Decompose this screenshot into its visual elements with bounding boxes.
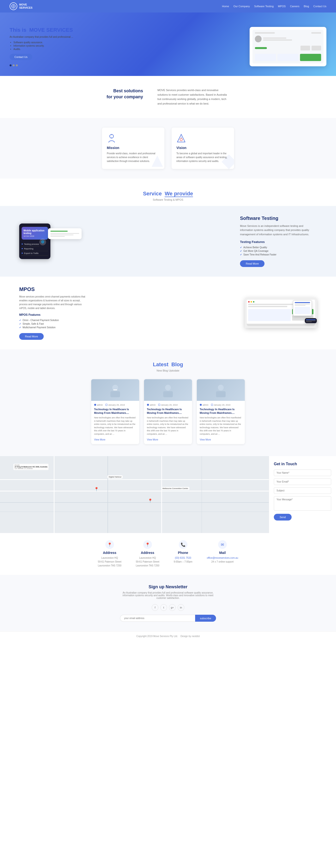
svg-point-5 bbox=[180, 138, 182, 141]
footer-bottom: Copyright 2019 Move Services Pty Ltd. De… bbox=[0, 631, 336, 641]
mpos-description: Move services provides omni-channel paym… bbox=[19, 295, 87, 310]
check-icon: ✔ bbox=[240, 250, 242, 252]
check-icon: ✔ bbox=[19, 322, 21, 325]
blog-author-2: admin bbox=[147, 404, 156, 406]
hero-list-item: Audits. bbox=[13, 48, 73, 51]
address-icon-1: 📍 bbox=[105, 540, 114, 549]
mission-icon bbox=[107, 133, 116, 143]
software-description: Move Services is an independent software… bbox=[240, 224, 317, 237]
map-label-address: Emails 27 King St Melbourne VIC 3000, Au… bbox=[13, 464, 48, 470]
nav-company[interactable]: Our Company bbox=[233, 5, 249, 8]
footer-col-lines-3: (03) 6331 7533 9:00am – 7:00pm bbox=[174, 556, 193, 564]
hero-image bbox=[249, 27, 326, 66]
mpos-features-list: ✔ Omni - Channel Payment Solution ✔ Simp… bbox=[19, 318, 87, 329]
blog-grid: admin January 29, 2019 Technology In Hea… bbox=[10, 379, 326, 444]
footer-col-mail: ✉ Mail office@moveservices.com.au 24 x 7… bbox=[207, 540, 238, 568]
nav-mpos[interactable]: MPOS bbox=[278, 5, 285, 8]
blog-view-more-1[interactable]: View More bbox=[94, 438, 105, 441]
name-field-wrapper bbox=[274, 470, 331, 476]
footer-col-lines-1: Launceston HQ 59-61 Paterson Street Laun… bbox=[98, 556, 122, 568]
check-icon: ✔ bbox=[240, 253, 242, 256]
tablet-mockup bbox=[293, 300, 312, 316]
message-input[interactable] bbox=[274, 496, 331, 511]
hero-list: Software quality assurance. Information … bbox=[10, 41, 73, 51]
twitter-icon[interactable]: t bbox=[160, 604, 167, 611]
about-section: Best solutions for your company MOVE Ser… bbox=[0, 76, 336, 118]
map-container: 📍 📍 Emails 27 King St Melbourne VIC 3000… bbox=[0, 456, 269, 533]
blog-title: Latest Blog bbox=[10, 362, 326, 368]
phone-mockup: Mobile application testing 12 Oct 2018 🌐… bbox=[19, 223, 51, 259]
navbar: MOVESERVICES Home Our Company Software T… bbox=[0, 0, 336, 12]
nav-blog[interactable]: Blog bbox=[304, 5, 309, 8]
logo-text: MOVESERVICES bbox=[19, 3, 32, 9]
nav-software[interactable]: Software Testing bbox=[254, 5, 274, 8]
address-icon-2: 📍 bbox=[143, 540, 152, 549]
contact-form-title: Get in Touch bbox=[274, 462, 331, 466]
phone-item-3: Export to Trello bbox=[22, 251, 48, 256]
facebook-icon[interactable]: f bbox=[152, 604, 158, 611]
vision-card: Vision To become a global and important … bbox=[172, 128, 234, 169]
nav-careers[interactable]: Careers bbox=[290, 5, 299, 8]
hero-title: This is MOVE SERVICES bbox=[10, 27, 73, 33]
svg-point-10 bbox=[94, 404, 96, 406]
name-input[interactable] bbox=[274, 470, 331, 476]
blog-card-2: admin January 29, 2019 Technology In Hea… bbox=[144, 379, 192, 444]
logo[interactable]: MOVESERVICES bbox=[10, 2, 32, 10]
svg-rect-19 bbox=[211, 404, 213, 406]
email-input[interactable] bbox=[274, 478, 331, 485]
blog-date-1: January 29, 2019 bbox=[105, 404, 125, 406]
message-field-wrapper bbox=[274, 496, 331, 512]
subject-input[interactable] bbox=[274, 487, 331, 494]
mpos-feature-2: ✔ Simple, Safe & Fast bbox=[19, 322, 87, 326]
software-read-more-button[interactable]: Read More bbox=[240, 260, 265, 267]
blog-view-more-3[interactable]: View More bbox=[200, 438, 211, 441]
nav-home[interactable]: Home bbox=[222, 5, 229, 8]
vision-bg-icon: ◆ bbox=[222, 149, 234, 169]
nav-contact[interactable]: Contact Us bbox=[313, 5, 326, 8]
svg-point-16 bbox=[218, 385, 224, 391]
blog-excerpt-3: New technologies are often first manifes… bbox=[200, 416, 242, 436]
hero-subtitle: An Australian company that provides full… bbox=[10, 35, 73, 39]
blog-section: Latest Blog New Blog Uptodate bbox=[0, 349, 336, 456]
email-link[interactable]: office@moveservices.com.au bbox=[207, 557, 238, 559]
google-plus-icon[interactable]: g+ bbox=[169, 604, 176, 611]
newsletter-subscribe-button[interactable]: subscribe bbox=[195, 615, 216, 622]
blog-excerpt-2: New technologies are often first manifes… bbox=[147, 416, 189, 436]
blog-body-3: admin January 29, 2019 Technology In Hea… bbox=[197, 401, 245, 444]
blog-title-1: Technology In Healthcare Is Moving From … bbox=[94, 408, 136, 415]
check-icon: ✔ bbox=[240, 246, 242, 249]
linkedin-icon[interactable]: in bbox=[178, 604, 184, 611]
feature-item-1: ✔ Achieve Better Quality bbox=[240, 246, 317, 249]
blog-excerpt-1: New technologies are often first manifes… bbox=[94, 416, 136, 436]
newsletter-email-input[interactable] bbox=[120, 615, 195, 622]
svg-rect-9 bbox=[113, 390, 117, 390]
send-button[interactable]: Send bbox=[274, 514, 292, 521]
svg-point-12 bbox=[165, 385, 171, 391]
blog-view-more-2[interactable]: View More bbox=[147, 438, 158, 441]
newsletter-title: Sign up Newsletter bbox=[5, 584, 331, 589]
phone-item-1: Testing process bbox=[22, 242, 39, 247]
hero-cta-button[interactable]: Contact Us bbox=[10, 54, 32, 60]
hero-dot-3[interactable] bbox=[16, 64, 18, 66]
mpos-feature-1: ✔ Omni - Channel Payment Solution bbox=[19, 318, 87, 322]
mpos-read-more-button[interactable]: Read More bbox=[19, 333, 44, 340]
hero-dot-1[interactable] bbox=[10, 64, 11, 66]
blog-date-3: January 29, 2019 bbox=[211, 404, 231, 406]
phone-icon: 📞 bbox=[179, 540, 188, 549]
blog-title-2: Technology In Healthcare Is Moving From … bbox=[147, 408, 189, 415]
feature-item-2: ✔ Get More QA Coverage bbox=[240, 249, 317, 253]
blog-author-3: admin bbox=[200, 404, 208, 406]
blog-meta-2: admin January 29, 2019 bbox=[147, 404, 189, 406]
testing-features-list: ✔ Achieve Better Quality ✔ Get More QA C… bbox=[240, 246, 317, 256]
mpos-section: MPOS Move services provides omni-channel… bbox=[0, 277, 336, 349]
hero-dot-2[interactable] bbox=[13, 64, 14, 66]
blog-image-2 bbox=[144, 379, 192, 401]
footer-info: 📍 Address Launceston HQ 59-61 Paterson S… bbox=[0, 533, 336, 575]
hero-mockup bbox=[253, 30, 324, 63]
phone-number[interactable]: (03) 6331 7533 bbox=[175, 557, 191, 559]
blog-meta-1: admin January 29, 2019 bbox=[94, 404, 136, 406]
check-icon: ✔ bbox=[19, 326, 21, 329]
svg-rect-13 bbox=[163, 391, 173, 397]
social-icons: f t g+ in bbox=[5, 604, 331, 611]
blog-body-2: admin January 29, 2019 Technology In Hea… bbox=[144, 401, 192, 444]
